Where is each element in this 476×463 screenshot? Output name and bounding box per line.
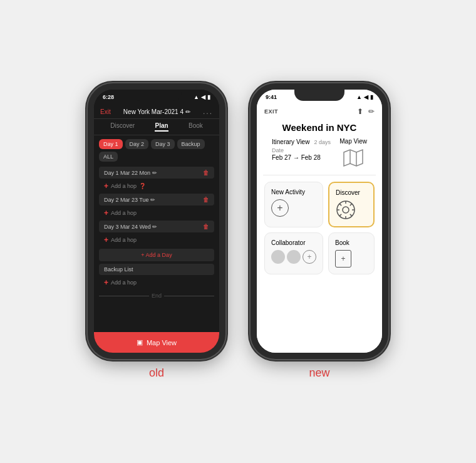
new-header: EXIT ⬆ ✏ — [257, 103, 382, 118]
svg-line-8 — [339, 204, 341, 205]
day1-header: Day 1 Mar 22 Mon ✏ 🗑 — [99, 167, 214, 179]
new-activity-label: New Activity — [271, 189, 316, 195]
day-buttons: Day 1 Day 2 Day 3 Backup ALL — [94, 135, 219, 165]
add-day-button[interactable]: + Add a Day — [99, 249, 214, 261]
old-more-button[interactable]: ... — [203, 107, 213, 116]
info-left: Itinerary View 2 days Date Feb 27 → Feb … — [272, 138, 331, 161]
svg-point-3 — [343, 207, 349, 213]
day1-button[interactable]: Day 1 — [99, 139, 123, 149]
map-icon — [342, 148, 365, 169]
plus-circle-icon: + — [271, 199, 289, 217]
old-tabs: Discover Plan Book — [94, 119, 219, 135]
end-line-left — [99, 296, 149, 296]
day3-header: Day 3 Mar 24 Wed ✏ 🗑 — [99, 221, 214, 232]
day3-add-hop[interactable]: + Add a hop — [99, 234, 214, 246]
old-title: New York Mar-2021 4 ✏ — [123, 108, 190, 115]
new-status-icons: ▲ ◀ ▮ — [356, 94, 373, 100]
end-text: End — [152, 293, 162, 299]
old-time: 6:28 — [103, 94, 114, 100]
new-phone-section: 9:41 ▲ ◀ ▮ EXIT ⬆ ✏ Weekend in — [251, 83, 388, 380]
backup-section: Backup List + Add a hop — [99, 264, 214, 289]
day1-label: Day 1 Mar 22 Mon ✏ — [104, 170, 157, 176]
page-title: Weekend in NYC — [257, 118, 382, 138]
day3-button[interactable]: Day 3 — [151, 139, 175, 149]
itinerary-view-row: Itinerary View 2 days — [272, 138, 331, 145]
svg-point-2 — [337, 201, 354, 219]
backup-header: Backup List — [99, 264, 214, 275]
tile-collaborator[interactable]: Collaborator + — [264, 232, 323, 274]
edit-icon[interactable]: ✏ — [368, 107, 375, 116]
day2-add-hop[interactable]: + Add a hop — [99, 207, 214, 219]
day3-delete-icon[interactable]: 🗑 — [203, 223, 209, 230]
collab-avatar-2 — [287, 250, 301, 264]
discover-label: Discover — [336, 189, 367, 196]
map-view-label: Map View — [339, 138, 367, 145]
tiles-grid: New Activity + Discover — [257, 175, 382, 281]
backup-button[interactable]: Backup — [177, 139, 205, 149]
day3-label: Day 3 Mar 24 Wed ✏ — [104, 224, 157, 230]
old-phone: 6:28 ▲ ◀ ▮ Exit New York Mar-2021 4 ✏ ..… — [88, 83, 225, 359]
old-status-icons: ▲ ◀ ▮ — [194, 94, 210, 100]
day2-section: Day 2 Mar 23 Tue ✏ 🗑 + Add a hop — [99, 194, 214, 219]
book-icon: + — [335, 250, 368, 268]
day2-delete-icon[interactable]: 🗑 — [203, 196, 209, 203]
book-label: Book — [335, 239, 368, 246]
info-row: Itinerary View 2 days Date Feb 27 → Feb … — [272, 138, 367, 169]
new-label: new — [309, 367, 329, 380]
collaborators-row: + — [271, 250, 316, 264]
old-header: Exit New York Mar-2021 4 ✏ ... — [94, 103, 219, 119]
collab-avatar-1 — [271, 250, 285, 264]
svg-line-9 — [350, 214, 352, 216]
new-header-icons: ⬆ ✏ — [357, 107, 375, 116]
new-activity-icon: + — [271, 199, 316, 217]
file-plus-icon: + — [335, 250, 351, 268]
comparison-container: 6:28 ▲ ◀ ▮ Exit New York Mar-2021 4 ✏ ..… — [75, 71, 401, 392]
collab-add-icon[interactable]: + — [303, 250, 316, 264]
map-view-area[interactable]: Map View — [339, 138, 367, 169]
tile-discover[interactable]: Discover — [328, 182, 375, 227]
itinerary-days: 2 days — [314, 139, 331, 145]
day1-delete-icon[interactable]: 🗑 — [203, 169, 209, 176]
itinerary-view-label: Itinerary View — [272, 138, 309, 145]
new-screen: EXIT ⬆ ✏ Weekend in NYC Itinerary View — [257, 103, 382, 353]
backup-add-hop[interactable]: + Add a hop — [99, 276, 214, 289]
date-range: Feb 27 → Feb 28 — [272, 154, 331, 161]
notch-light — [294, 90, 344, 101]
tile-new-activity[interactable]: New Activity + — [264, 182, 323, 227]
tab-discover[interactable]: Discover — [110, 122, 135, 132]
date-label: Date — [272, 147, 331, 153]
new-exit-button[interactable]: EXIT — [264, 108, 278, 115]
map-view-label: Map View — [147, 339, 177, 346]
end-bar: End — [94, 290, 219, 301]
notch-dark — [132, 90, 182, 101]
new-phone: 9:41 ▲ ◀ ▮ EXIT ⬆ ✏ Weekend in — [251, 83, 388, 359]
old-phone-section: 6:28 ▲ ◀ ▮ Exit New York Mar-2021 4 ✏ ..… — [88, 83, 225, 380]
old-label: old — [149, 367, 164, 380]
day2-button[interactable]: Day 2 — [125, 139, 149, 149]
share-icon[interactable]: ⬆ — [357, 107, 363, 116]
end-line-right — [164, 296, 214, 296]
new-time: 9:41 — [266, 94, 277, 100]
backup-label: Backup List — [104, 266, 133, 273]
all-button[interactable]: ALL — [99, 152, 118, 162]
map-view-icon: ▣ — [137, 338, 143, 346]
discover-icon — [336, 200, 367, 220]
old-screen: Exit New York Mar-2021 4 ✏ ... Discover … — [94, 103, 219, 353]
day1-add-hop[interactable]: + Add a hop ❓ — [99, 180, 214, 192]
day3-section: Day 3 Mar 24 Wed ✏ 🗑 + Add a hop — [99, 221, 214, 246]
svg-line-10 — [350, 204, 352, 205]
map-view-button[interactable]: ▣ Map View — [94, 332, 219, 353]
tab-book[interactable]: Book — [189, 122, 203, 132]
day2-label: Day 2 Mar 23 Tue ✏ — [104, 197, 155, 203]
tab-plan[interactable]: Plan — [155, 122, 168, 132]
tile-book[interactable]: Book + — [328, 232, 375, 274]
itinerary-info: Itinerary View 2 days Date Feb 27 → Feb … — [263, 138, 376, 175]
day1-section: Day 1 Mar 22 Mon ✏ 🗑 + Add a hop ❓ — [99, 167, 214, 192]
day2-header: Day 2 Mar 23 Tue ✏ 🗑 — [99, 194, 214, 205]
old-exit-button[interactable]: Exit — [100, 108, 111, 115]
collaborator-icon: + — [271, 250, 316, 264]
svg-line-11 — [339, 214, 341, 216]
collaborator-label: Collaborator — [271, 239, 316, 246]
